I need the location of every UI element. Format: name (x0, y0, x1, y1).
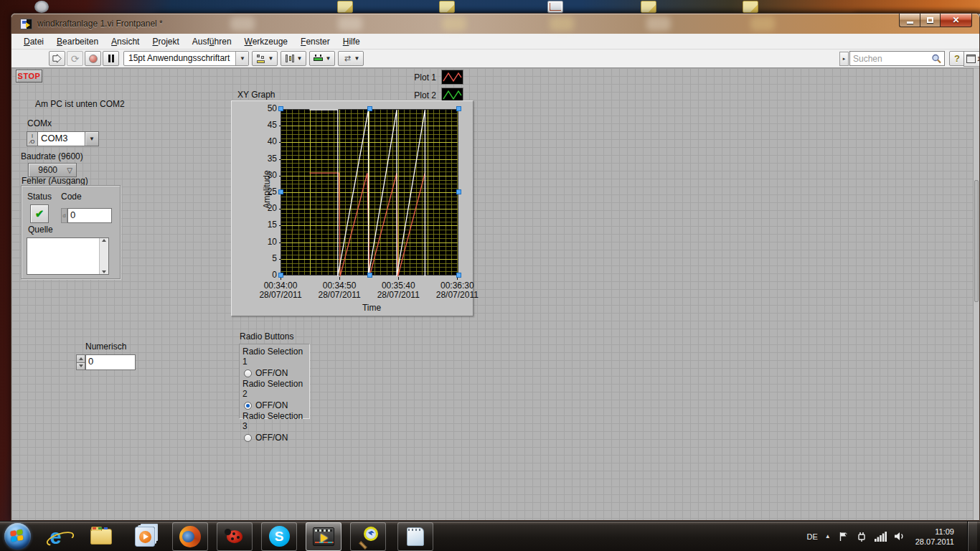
abort-button[interactable] (85, 51, 101, 66)
font-selector[interactable]: 15pt Anwendungsschriftart ▼ (123, 51, 249, 66)
source-text[interactable] (27, 238, 99, 274)
selection-handle[interactable] (456, 189, 461, 194)
chevron-down-icon: ▼ (268, 55, 273, 62)
search-icon[interactable] (931, 54, 941, 64)
menu-item-hilfe[interactable]: Hilfe (336, 35, 367, 48)
selection-handle[interactable] (278, 106, 283, 111)
menu-item-ausfhren[interactable]: Ausführen (186, 35, 238, 48)
taskbar-item-search-tool[interactable] (350, 522, 386, 551)
help-button[interactable]: ? (949, 51, 965, 66)
taskbar-item-explorer[interactable] (85, 522, 117, 551)
radio-button-2-selected[interactable] (244, 402, 252, 410)
reorder-objects-button[interactable]: ⇄ ▼ (338, 51, 364, 66)
increment-icon[interactable] (76, 354, 85, 363)
glass-reflection (750, 17, 775, 31)
vi-icon (20, 19, 32, 29)
network-signal-icon[interactable] (875, 532, 887, 542)
selection-handle[interactable] (456, 106, 461, 111)
com-selector[interactable]: I∕O COM3 ▼ (27, 131, 99, 146)
desktop-icon-note[interactable] (439, 1, 455, 13)
taskbar-item-skype[interactable]: S (261, 522, 297, 551)
close-button[interactable]: ✕ (940, 14, 972, 27)
chevron-down-icon: ▼ (325, 55, 331, 62)
decrement-icon[interactable] (76, 363, 85, 371)
selection-handle[interactable] (278, 273, 283, 278)
desktop-icon-logo[interactable] (34, 1, 49, 13)
menu-item-datei[interactable]: Datei (17, 35, 50, 48)
radio-option-1[interactable]: OFF/ON (244, 368, 309, 378)
start-button[interactable] (4, 523, 31, 550)
hidden-icons-chevron[interactable]: ▲ (825, 533, 831, 540)
show-desktop-button[interactable] (967, 522, 977, 551)
status-led[interactable]: ✔ (30, 204, 49, 223)
selection-handle[interactable] (456, 273, 461, 278)
glass-reflection (646, 17, 671, 31)
selection-handle[interactable] (367, 273, 372, 278)
search-input[interactable] (850, 53, 925, 65)
vertical-scrollbar[interactable] (973, 68, 979, 521)
radio-option-label: OFF/ON (255, 368, 288, 378)
title-bar[interactable]: windkraftanlage 1.vi Frontpanel * ✕ (11, 14, 979, 34)
taskbar-item-notepad[interactable] (397, 522, 433, 551)
search-collapse-button[interactable]: ▸ (839, 52, 849, 66)
menu-item-projekt[interactable]: Projekt (146, 35, 185, 48)
numeric-spinner[interactable] (76, 354, 85, 370)
volume-icon[interactable] (894, 531, 905, 542)
desktop-icon-note[interactable] (337, 1, 353, 13)
code-field[interactable]: 0 (67, 208, 112, 223)
baud-selector[interactable]: 9600 ▽ (28, 163, 77, 177)
source-field[interactable] (27, 237, 109, 275)
radio-option-3[interactable]: OFF/ON (244, 433, 309, 443)
scrollbar-thumb[interactable] (974, 180, 979, 302)
numeric-field[interactable]: 0 (85, 354, 136, 370)
menu-item-fenster[interactable]: Fenster (294, 35, 336, 48)
dropdown-triangle-icon: ▽ (67, 166, 72, 174)
glass-reflection (442, 17, 466, 31)
radio-button-1[interactable] (244, 369, 252, 377)
radio-button-3[interactable] (244, 434, 252, 442)
minimize-button[interactable] (899, 14, 920, 27)
action-center-flag-icon[interactable] (838, 531, 849, 542)
desktop-icon-picture[interactable] (547, 1, 563, 13)
radix-selector[interactable]: d (61, 208, 67, 223)
menu-item-werkzeuge[interactable]: Werkzeuge (238, 35, 294, 48)
pause-button[interactable] (103, 51, 119, 66)
menu-item-ansicht[interactable]: Ansicht (105, 35, 146, 48)
front-panel[interactable]: STOP Am PC ist unten COM2 COMx I∕O COM3 … (11, 68, 979, 521)
scroll-up-icon[interactable] (102, 239, 106, 242)
distribute-objects-button[interactable]: ▼ (281, 51, 306, 66)
scroll-down-icon[interactable] (102, 270, 106, 273)
taskbar-item-firefox[interactable] (172, 522, 208, 551)
taskbar-item-internet-explorer[interactable]: e (39, 522, 72, 551)
resize-objects-button[interactable]: ▼ (309, 51, 335, 66)
source-scrollbar[interactable] (99, 238, 108, 274)
error-cluster-label: Fehler (Ausgang) (22, 176, 88, 186)
language-indicator[interactable]: DE (807, 532, 818, 541)
clock[interactable]: 11:09 28.07.2011 (913, 527, 960, 547)
run-continuous-button[interactable]: ⟳ (67, 51, 83, 66)
desktop-icon-note[interactable] (743, 1, 758, 13)
plot-area[interactable] (281, 109, 458, 276)
taskbar-item-labview[interactable] (306, 522, 341, 551)
selection-handle[interactable] (278, 189, 283, 194)
run-button[interactable] (49, 51, 65, 66)
plot-series (281, 110, 459, 276)
taskbar-item-media-player[interactable] (128, 522, 161, 551)
stop-button[interactable]: STOP (16, 70, 42, 83)
xy-graph[interactable]: Amplitude 05101520253035404550 00:34:002… (231, 100, 473, 316)
align-objects-button[interactable]: ▼ (252, 51, 278, 66)
y-tick-50: 50 (232, 103, 277, 113)
chevron-down-icon[interactable]: ▼ (85, 131, 99, 146)
desktop-icon-note[interactable] (641, 1, 656, 13)
y-tick-0: 0 (232, 270, 277, 280)
context-help-button[interactable]: 1 (963, 51, 980, 67)
maximize-button[interactable] (920, 14, 940, 27)
power-plug-icon[interactable] (856, 531, 867, 542)
selection-handle[interactable] (367, 106, 372, 111)
taskbar-item-debugger[interactable] (217, 522, 253, 551)
radio-option-2[interactable]: OFF/ON (244, 400, 309, 410)
menu-item-bearbeiten[interactable]: Bearbeiten (50, 35, 105, 48)
numeric-label: Numerisch (85, 342, 126, 352)
legend-entry[interactable]: Plot 1 (407, 70, 463, 85)
legend-plot1-sample[interactable] (441, 70, 463, 85)
